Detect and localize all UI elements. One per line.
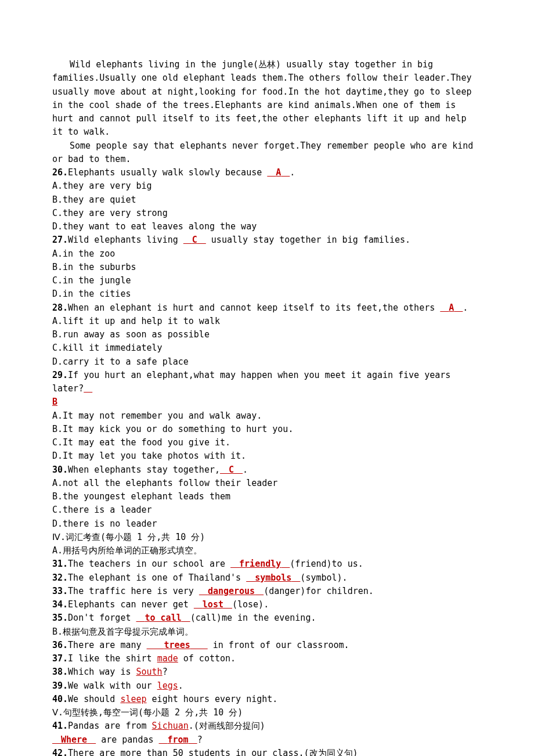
q37-number: 37. xyxy=(52,653,68,664)
q26-tail: . xyxy=(290,167,295,178)
q34-answer: lost xyxy=(194,599,232,610)
q40-post: eight hours every night. xyxy=(147,694,278,704)
q34-post: (lose). xyxy=(232,599,269,610)
q27-option-b: B.in the suburbs xyxy=(52,261,482,274)
q26-option-b: B.they are quiet xyxy=(52,193,482,207)
question-32: 32.The elephant is one of Thailand's sym… xyxy=(52,571,482,585)
q27-number: 27. xyxy=(52,235,68,245)
q34-number: 34. xyxy=(52,599,68,610)
q32-post: (symbol). xyxy=(300,573,347,583)
q35-number: 35. xyxy=(52,613,68,623)
q41-mid: are pandas xyxy=(96,735,158,745)
q36-answer: trees xyxy=(147,640,208,650)
question-29: 29.If you hurt an elephant,what may happ… xyxy=(52,369,482,396)
q42-number: 42. xyxy=(52,748,68,756)
q29-option-d: D.It may let you take photos with it. xyxy=(52,449,482,463)
q30-option-d: D.there is no leader xyxy=(52,517,482,531)
passage-paragraph-2: Some people say that elephants never for… xyxy=(52,139,482,167)
q27-option-d: D.in the cities xyxy=(52,287,482,301)
q30-number: 30. xyxy=(52,465,68,475)
q32-answer: symbols xyxy=(246,573,300,583)
q29-answer-line2: B xyxy=(52,395,482,409)
question-27: 27.Wild elephants living C usually stay … xyxy=(52,233,482,247)
q29-option-c: C.It may eat the food you give it. xyxy=(52,436,482,449)
q29-option-b: B.It may kick you or do something to hur… xyxy=(52,423,482,436)
q30-option-a: A.not all the elephants follow their lea… xyxy=(52,477,482,490)
q28-option-c: C.kill it immediately xyxy=(52,341,482,355)
q28-tail: . xyxy=(463,303,468,313)
question-34: 34.Elephants can never get lost (lose). xyxy=(52,598,482,611)
q32-pre: The elephant is one of Thailand's xyxy=(68,573,246,583)
q36-post: in front of our classroom. xyxy=(208,640,349,650)
q26-option-a: A.they are very big xyxy=(52,179,482,193)
q41-tail: ? xyxy=(197,735,203,745)
q41-target: Sichuan xyxy=(152,721,189,731)
passage-paragraph-1: Wild elephants living in the jungle(丛林) … xyxy=(52,58,482,139)
q36-number: 36. xyxy=(52,640,68,650)
section-4a-title: A.用括号内所给单词的正确形式填空。 xyxy=(52,544,482,557)
q38-number: 38. xyxy=(52,667,68,677)
q26-answer: A xyxy=(267,167,290,178)
q33-post: (danger)for children. xyxy=(264,586,374,596)
question-39: 39.We walk with our legs. xyxy=(52,679,482,693)
q38-post: ? xyxy=(163,667,168,677)
q38-pre: Which way is xyxy=(68,667,136,677)
q35-pre: Don't forget xyxy=(68,613,136,623)
q31-pre: The teachers in our school are xyxy=(68,559,230,569)
q31-answer: friendly xyxy=(230,559,290,569)
section-4b-title: B.根据句意及首字母提示完成单词。 xyxy=(52,625,482,639)
q30-tail: . xyxy=(243,465,248,475)
q40-answer: sleep xyxy=(120,694,146,704)
q28-option-a: A.lift it up and help it to walk xyxy=(52,315,482,328)
q28-number: 28. xyxy=(52,303,68,313)
q27-option-a: A.in the zoo xyxy=(52,247,482,261)
q40-number: 40. xyxy=(52,694,68,704)
q30-option-b: B.the youngest elephant leads them xyxy=(52,490,482,503)
q35-answer: to call xyxy=(136,613,190,623)
question-28: 28.When an elephant is hurt and cannot k… xyxy=(52,301,482,315)
section-5-title: Ⅴ.句型转换,每空一词(每小题 2 分,共 10 分) xyxy=(52,706,482,719)
q29-number: 29. xyxy=(52,370,68,380)
q26-number: 26. xyxy=(52,167,68,178)
q42-stem: There are more than 50 students in our c… xyxy=(68,748,358,756)
q41-post: .(对画线部分提问) xyxy=(189,721,265,731)
q41-answer-2: from xyxy=(159,735,197,745)
q36-pre: There are many xyxy=(68,640,146,650)
q37-post: of cotton. xyxy=(178,653,236,664)
q33-answer: dangerous xyxy=(199,586,264,596)
q41-answer-1: Where xyxy=(52,735,96,745)
q27-answer: C xyxy=(183,235,206,245)
q28-stem: When an elephant is hurt and cannot keep… xyxy=(68,303,440,313)
q27-option-c: C.in the jungle xyxy=(52,274,482,287)
question-37: 37.I like the shirt made of cotton. xyxy=(52,652,482,665)
q28-answer: A xyxy=(440,303,463,313)
section-4-title: Ⅳ.词汇考查(每小题 1 分,共 10 分) xyxy=(52,531,482,544)
q28-option-d: D.carry it to a safe place xyxy=(52,355,482,369)
q33-number: 33. xyxy=(52,586,68,596)
q27-stem: Wild elephants living xyxy=(68,235,183,245)
q37-pre: I like the shirt xyxy=(68,653,157,664)
q37-answer: made xyxy=(157,653,178,664)
q31-number: 31. xyxy=(52,559,68,569)
q39-answer: legs xyxy=(157,681,178,691)
q41-pre: Pandas are from xyxy=(68,721,152,731)
q32-number: 32. xyxy=(52,573,68,583)
question-30: 30.When elephants stay together, C . xyxy=(52,463,482,477)
q29-answer-line1 xyxy=(84,383,92,394)
q33-pre: The traffic here is very xyxy=(68,586,199,596)
q31-post: (friend)to us. xyxy=(290,559,363,569)
q41-answer-line: Where are pandas from ? xyxy=(52,733,482,747)
q39-number: 39. xyxy=(52,681,68,691)
question-36: 36.There are many trees in front of our … xyxy=(52,639,482,652)
q34-pre: Elephants can never get xyxy=(68,599,194,610)
q38-answer: South xyxy=(136,667,163,677)
q26-option-c: C.they are very strong xyxy=(52,207,482,220)
question-26: 26.Elephants usually walk slowly because… xyxy=(52,166,482,179)
q27-tail: usually stay together in big families. xyxy=(206,235,410,245)
question-42: 42.There are more than 50 students in ou… xyxy=(52,747,482,756)
q28-option-b: B.run away as soon as possible xyxy=(52,328,482,341)
q41-number: 41. xyxy=(52,721,68,731)
q30-answer: C xyxy=(220,465,243,475)
q35-post: (call)me in the evening. xyxy=(190,613,316,623)
q29-option-a: A.It may not remember you and walk away. xyxy=(52,409,482,423)
